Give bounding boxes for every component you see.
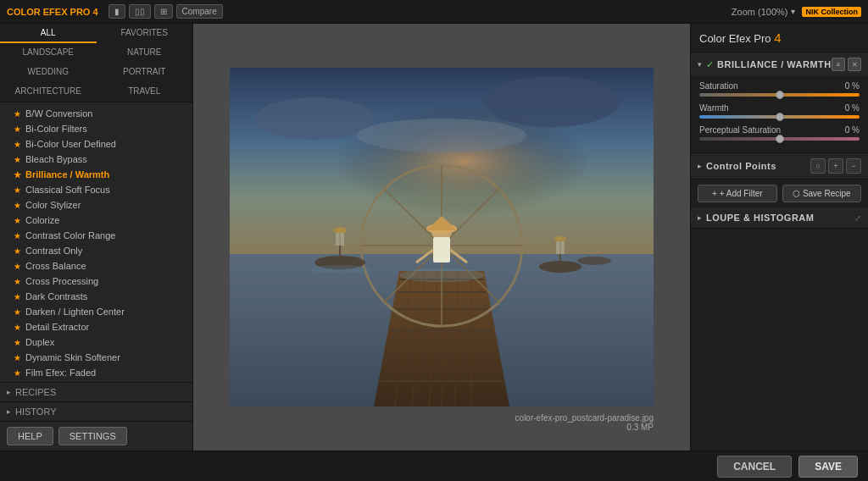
svg-rect-40 xyxy=(556,241,565,254)
filter-bw-conversion[interactable]: ★B/W Conversion xyxy=(0,106,192,121)
filter-bicolor-filters[interactable]: ★Bi-Color Filters xyxy=(0,121,192,136)
warmth-thumb[interactable] xyxy=(776,113,784,121)
filter-dark-contrasts[interactable]: ★Dark Contrasts xyxy=(0,289,192,304)
action-row: + + Add Filter ⬡ Save Recipe xyxy=(691,180,868,207)
filter-color-stylizer[interactable]: ★Color Stylizer xyxy=(0,197,192,213)
view-split-btn[interactable]: ▯▯ xyxy=(129,4,151,19)
section-header[interactable]: ▾ ✓ BRILLIANCE / WARMTH ≡ ✕ xyxy=(691,53,868,76)
tab-all[interactable]: ALL xyxy=(0,24,97,43)
tab-landscape[interactable]: LANDSCAPE xyxy=(0,43,97,63)
view-single-btn[interactable]: ▮ xyxy=(108,4,125,19)
svg-point-37 xyxy=(539,261,581,273)
filter-bleach-bypass[interactable]: ★Bleach Bypass xyxy=(0,152,192,167)
filter-classical-soft[interactable]: ★Classical Soft Focus xyxy=(0,182,192,197)
cancel-button[interactable]: CANCEL xyxy=(717,456,792,478)
svg-point-3 xyxy=(484,76,620,127)
zoom-label: Zoom (100%) xyxy=(732,7,788,17)
image-filename: color-efex-pro_postcard-paradise.jpg xyxy=(515,413,654,423)
star-icon: ★ xyxy=(14,338,21,347)
app-title: COLOR EFEX PRO 4 xyxy=(7,7,98,17)
star-icon: ★ xyxy=(14,262,21,271)
section-check-icon: ✓ xyxy=(706,59,714,70)
view-grid-btn[interactable]: ⊞ xyxy=(154,4,173,19)
loupe-section: ▸ LOUPE & HISTOGRAM ⤢ xyxy=(691,207,868,229)
filter-cross-processing[interactable]: ★Cross Processing xyxy=(0,274,192,289)
add-filter-label: + Add Filter xyxy=(720,189,763,198)
warmth-track[interactable] xyxy=(699,115,860,119)
star-icon: ★ xyxy=(14,246,21,256)
sidebar: ALL FAVORITES LANDSCAPE NATURE WEDDING P… xyxy=(0,24,193,451)
category-tabs: ALL FAVORITES LANDSCAPE NATURE WEDDING P… xyxy=(0,24,192,102)
recipes-label: RECIPES xyxy=(15,387,56,397)
warmth-row: Warmth 0 % xyxy=(699,103,860,119)
filter-detail-extractor[interactable]: ★Detail Extractor xyxy=(0,319,192,334)
perceptual-thumb[interactable] xyxy=(776,135,784,143)
svg-point-4 xyxy=(357,119,526,152)
svg-point-2 xyxy=(255,97,374,140)
perceptual-track[interactable] xyxy=(699,137,860,141)
nik-badge: NIK Collection xyxy=(802,7,861,17)
star-icon: ★ xyxy=(14,185,21,195)
photo-display xyxy=(230,68,654,406)
save-recipe-button[interactable]: ⬡ Save Recipe xyxy=(782,185,862,202)
panel-version: 4 xyxy=(774,30,781,45)
filter-brilliance-warmth[interactable]: ★Brilliance / Warmth xyxy=(0,167,192,182)
bottom-bar: CANCEL SAVE xyxy=(0,451,868,481)
tab-architecture[interactable]: ARCHITECTURE xyxy=(0,82,97,102)
filter-contrast-color[interactable]: ★Contrast Color Range xyxy=(0,228,192,243)
svg-point-42 xyxy=(399,268,484,282)
compare-btn[interactable]: Compare xyxy=(176,4,223,19)
brilliance-warmth-section: ▾ ✓ BRILLIANCE / WARMTH ≡ ✕ Saturation 0… xyxy=(691,53,868,153)
tab-portrait[interactable]: PORTRAIT xyxy=(97,63,193,82)
main-layout: ALL FAVORITES LANDSCAPE NATURE WEDDING P… xyxy=(0,24,868,451)
svg-point-43 xyxy=(310,265,370,274)
cp-icon-row: ○ + − xyxy=(810,158,861,174)
svg-rect-36 xyxy=(336,233,344,246)
recipes-btn[interactable]: ▸ RECIPES xyxy=(0,383,192,402)
tab-nature[interactable]: NATURE xyxy=(97,43,193,63)
tab-wedding[interactable]: WEDDING xyxy=(0,63,97,82)
loupe-header[interactable]: ▸ LOUPE & HISTOGRAM ⤢ xyxy=(691,207,868,228)
star-icon: ★ xyxy=(14,353,21,362)
filter-colorize[interactable]: ★Colorize xyxy=(0,213,192,228)
perceptual-label: Perceptual Saturation xyxy=(699,125,781,135)
recipes-arrow-icon: ▸ xyxy=(7,388,11,396)
perceptual-label-row: Perceptual Saturation 0 % xyxy=(699,125,860,135)
filter-bicolor-user[interactable]: ★Bi-Color User Defined xyxy=(0,136,192,152)
cp-minus-icon[interactable]: − xyxy=(846,158,861,174)
saturation-thumb[interactable] xyxy=(776,91,784,99)
filter-dynamic-skin[interactable]: ★Dynamic Skin Softener xyxy=(0,350,192,365)
warmth-label: Warmth xyxy=(699,103,729,113)
saturation-track[interactable] xyxy=(699,93,860,97)
filter-duplex[interactable]: ★Duplex xyxy=(0,334,192,350)
star-icon: ★ xyxy=(14,124,21,134)
filter-cross-balance[interactable]: ★Cross Balance xyxy=(0,258,192,274)
history-arrow-icon: ▸ xyxy=(7,407,11,416)
perceptual-sat-row: Perceptual Saturation 0 % xyxy=(699,125,860,141)
sidebar-bottom: ▸ RECIPES ▸ HISTORY HELP SETTINGS xyxy=(0,382,192,451)
cp-arrow-icon: ▸ xyxy=(698,162,702,170)
warmth-label-row: Warmth 0 % xyxy=(699,103,860,113)
star-icon: ★ xyxy=(14,368,21,378)
filter-film-faded[interactable]: ★Film Efex: Faded xyxy=(0,365,192,380)
history-btn[interactable]: ▸ HISTORY xyxy=(0,402,192,422)
loupe-title: LOUPE & HISTOGRAM xyxy=(706,213,854,223)
tab-travel[interactable]: TRAVEL xyxy=(97,82,193,102)
tab-favorites[interactable]: FAVORITES xyxy=(97,24,193,43)
save-button[interactable]: SAVE xyxy=(798,456,858,478)
cp-select-icon[interactable]: ○ xyxy=(810,158,826,174)
star-icon: ★ xyxy=(14,323,21,332)
settings-button[interactable]: SETTINGS xyxy=(58,427,127,445)
filter-darken-lighten[interactable]: ★Darken / Lighten Center xyxy=(0,304,192,319)
control-points-header[interactable]: ▸ Control Points ○ + − xyxy=(691,153,868,179)
svg-point-39 xyxy=(554,236,566,241)
add-filter-button[interactable]: + + Add Filter xyxy=(698,185,777,202)
star-icon: ★ xyxy=(14,140,21,149)
section-close-icon[interactable]: ✕ xyxy=(848,58,861,71)
filter-contrast-only[interactable]: ★Contrast Only xyxy=(0,243,192,258)
cp-add-icon[interactable]: + xyxy=(828,158,843,174)
help-button[interactable]: HELP xyxy=(7,427,53,445)
section-menu-icon[interactable]: ≡ xyxy=(832,58,845,71)
image-container: color-efex-pro_postcard-paradise.jpg 0.3… xyxy=(230,68,654,406)
saturation-row: Saturation 0 % xyxy=(699,81,860,97)
